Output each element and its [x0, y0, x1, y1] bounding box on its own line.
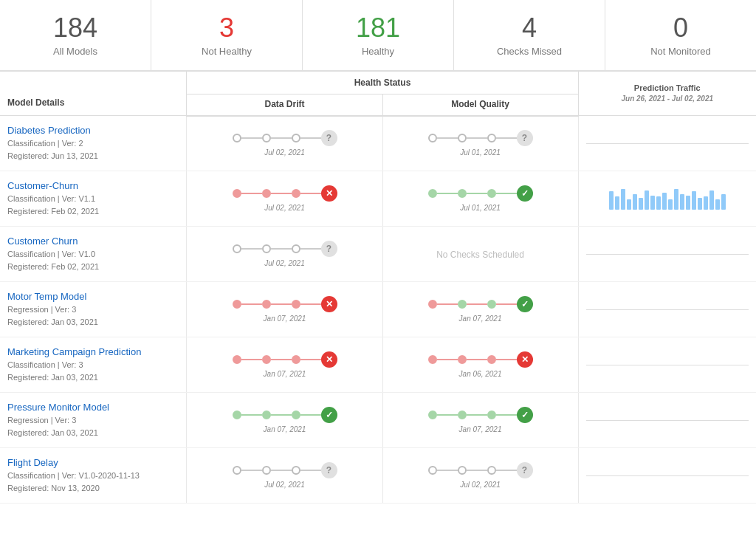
line-segment: [271, 359, 292, 360]
drift-date: Jul 02, 2021: [264, 259, 305, 267]
quality-cell: ✓ Jan 07, 2021: [382, 393, 578, 448]
status-date: Jul 02, 2021: [460, 481, 501, 489]
stat-number: 0: [613, 13, 749, 43]
dots-line: ✕: [428, 351, 533, 368]
model-details-cell: Customer Churn Classification | Ver: V1.…: [0, 227, 187, 282]
line-segment: [467, 414, 487, 416]
dots-line: ?: [428, 130, 533, 146]
model-name[interactable]: Marketing Campaign Prediction: [7, 346, 179, 357]
health-status-header: Health Status: [187, 71, 578, 94]
status-line: ✕ Jan 07, 2021: [194, 296, 374, 323]
mini-bar: [650, 196, 655, 210]
stat-number: 181: [310, 13, 446, 43]
status-dot: [487, 134, 496, 142]
stat-number: 4: [461, 13, 597, 43]
status-dot: [458, 300, 467, 309]
mini-bar: [674, 189, 678, 210]
end-dot-green: ✓: [517, 296, 533, 312]
dots-line: ?: [428, 462, 533, 478]
status-date: Jan 07, 2021: [459, 315, 502, 323]
line-segment: [271, 414, 292, 416]
line-segment: [437, 414, 458, 416]
table-row: Pressure Monitor Model Regression | Ver:…: [0, 393, 756, 448]
line-segment: [271, 248, 292, 250]
line-segment: [241, 303, 262, 305]
line-segment: [496, 303, 517, 305]
prediction-traffic-cell: [578, 448, 756, 504]
status-line: ✕ Jan 07, 2021: [194, 351, 374, 378]
quality-cell: ? Jul 02, 2021: [382, 448, 578, 504]
status-dot: [292, 300, 300, 309]
mini-bar: [721, 194, 726, 210]
mini-bar: [698, 198, 702, 210]
model-name[interactable]: Diabetes Prediction: [7, 125, 179, 136]
quality-cell: ✓ Jul 01, 2021: [382, 171, 578, 227]
quality-cell: No Checks Scheduled: [382, 227, 578, 282]
mini-bar: [621, 189, 625, 210]
dots-line: ✕: [233, 296, 337, 312]
flat-line: [586, 475, 749, 476]
status-line: ✓ Jan 07, 2021: [391, 407, 571, 433]
dots-line: ✓: [428, 296, 533, 312]
line-segment: [437, 193, 458, 194]
line-segment: [467, 193, 487, 194]
status-dot: [262, 411, 271, 419]
line-segment: [467, 359, 487, 360]
model-details-header: Model Details: [0, 71, 187, 116]
table-row: Marketing Campaign Prediction Classifica…: [0, 337, 756, 393]
models-table: Model Details Health Status Prediction T…: [0, 71, 756, 504]
mini-bar: [686, 196, 690, 210]
status-line: ? Jul 01, 2021: [391, 130, 571, 157]
model-meta: Classification | Ver: V1.0-2020-11-13Reg…: [7, 470, 179, 494]
status-dot: [458, 466, 467, 475]
model-name[interactable]: Motor Temp Model: [7, 291, 179, 302]
model-quality-header: Model Quality: [382, 94, 578, 116]
drift-cell: ✕ Jul 02, 2021: [187, 171, 382, 227]
end-dot-red: ✕: [517, 351, 533, 368]
stat-number: 3: [159, 13, 295, 43]
status-line: ✓ Jan 07, 2021: [391, 296, 571, 323]
line-segment: [300, 193, 321, 194]
line-segment: [437, 470, 458, 471]
flat-line: [586, 365, 749, 365]
status-dot: [428, 134, 437, 142]
model-name[interactable]: Customer Churn: [7, 236, 179, 247]
status-dot: [458, 355, 467, 364]
stat-label: Not Healthy: [159, 46, 295, 57]
drift-cell: ✓ Jan 07, 2021: [187, 393, 382, 448]
model-meta: Classification | Ver: V1.0Registered: Fe…: [7, 248, 179, 272]
end-dot-question: ?: [517, 130, 533, 146]
status-dot: [233, 189, 241, 198]
mini-bar: [633, 194, 637, 210]
model-name[interactable]: Customer-Churn: [7, 180, 179, 191]
status-dot: [233, 300, 241, 309]
status-dot: [428, 355, 437, 364]
drift-date: Jan 07, 2021: [264, 425, 306, 433]
status-dot: [262, 189, 271, 198]
line-segment: [467, 137, 487, 139]
table-row: Customer-Churn Classification | Ver: V1.…: [0, 171, 756, 227]
flat-line: [586, 254, 749, 255]
mini-bar: [662, 193, 667, 210]
drift-cell: ? Jul 02, 2021: [187, 116, 382, 171]
stat-label: All Models: [7, 46, 143, 57]
line-segment: [437, 137, 458, 139]
mini-bar: [680, 194, 684, 210]
status-dot: [262, 355, 271, 364]
line-segment: [300, 414, 321, 416]
status-dot: [292, 466, 300, 475]
end-dot-question: ?: [321, 130, 337, 146]
no-checks-label: No Checks Scheduled: [436, 250, 524, 260]
model-name[interactable]: Pressure Monitor Model: [7, 402, 179, 413]
status-date: Jul 01, 2021: [460, 148, 501, 157]
status-line: ? Jul 02, 2021: [391, 462, 571, 489]
line-segment: [271, 137, 292, 139]
drift-date: Jan 07, 2021: [264, 315, 306, 323]
drift-date: Jul 02, 2021: [264, 481, 305, 489]
line-segment: [241, 137, 262, 139]
stat-cell: 3 Not Healthy: [151, 0, 303, 70]
line-segment: [496, 470, 517, 471]
stat-cell: 0 Not Monitored: [605, 0, 756, 70]
status-dot: [428, 466, 437, 475]
model-name[interactable]: Flight Delay: [7, 457, 179, 468]
